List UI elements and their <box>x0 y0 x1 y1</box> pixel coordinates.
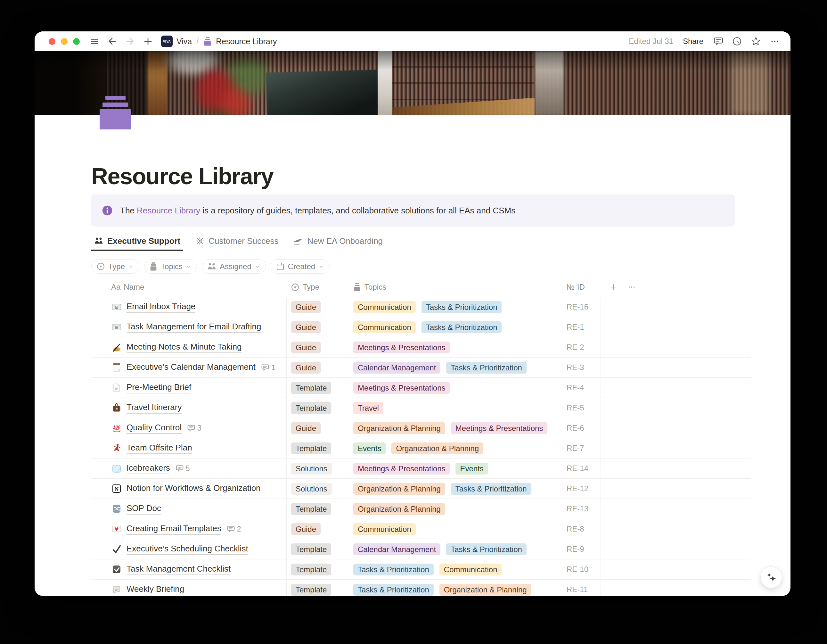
cell-name[interactable]: Task Management Checklist <box>91 560 286 579</box>
comment-count-badge[interactable]: 1 <box>261 363 275 372</box>
minimize-button[interactable] <box>61 38 67 45</box>
page-link[interactable]: Task Management for Email Drafting <box>126 322 261 333</box>
cell-id[interactable]: RE-16 <box>557 297 601 317</box>
column-header-id[interactable]: № ID <box>557 277 601 297</box>
page-title[interactable]: Resource Library <box>91 115 735 188</box>
cell-topics[interactable]: CommunicationTasks & Prioritization <box>341 297 557 317</box>
cell-type[interactable]: Template <box>286 560 341 579</box>
cell-name[interactable]: Icebreakers5 <box>91 458 286 478</box>
cell-name[interactable]: NNotion for Workflows & Organization <box>91 479 286 499</box>
cell-topics[interactable]: Travel <box>341 398 557 418</box>
column-header-name[interactable]: Aa Name <box>91 277 286 297</box>
comments-button[interactable] <box>714 36 723 46</box>
add-column-button[interactable] <box>610 283 618 291</box>
cell-name[interactable]: Meeting Notes & Minute Taking <box>91 338 286 357</box>
back-button[interactable] <box>107 36 117 46</box>
cell-type[interactable]: Template <box>286 499 341 519</box>
page-link[interactable]: SOP Doc <box>126 503 161 514</box>
filter-assigned[interactable]: Assigned <box>202 259 266 274</box>
cell-topics[interactable]: Meetings & Presentations <box>341 378 557 398</box>
comment-count-badge[interactable]: 3 <box>187 424 201 433</box>
sidebar-toggle-button[interactable] <box>90 37 99 46</box>
cell-topics[interactable]: Organization & PlanningTasks & Prioritiz… <box>341 479 557 499</box>
cell-name[interactable]: ♥Creating Email Templates2 <box>91 519 286 539</box>
cell-name[interactable]: EEmail Inbox Triage <box>91 297 286 317</box>
cell-id[interactable]: RE-4 <box>557 378 601 398</box>
cell-type[interactable]: Guide <box>286 418 341 438</box>
page-icon-archive[interactable] <box>99 96 131 130</box>
share-button[interactable]: Share <box>683 37 703 46</box>
workspace-logo[interactable]: VIVA <box>161 36 173 47</box>
cell-type[interactable]: Template <box>286 438 341 458</box>
column-header-type[interactable]: Type <box>286 277 341 297</box>
new-page-button[interactable] <box>143 36 153 46</box>
cell-topics[interactable]: Tasks & PrioritizationCommunication <box>341 560 557 579</box>
cell-type[interactable]: Template <box>286 378 341 398</box>
cell-type[interactable]: Guide <box>286 297 341 317</box>
cell-name[interactable]: SOP Doc <box>91 499 286 519</box>
cell-type[interactable]: Solutions <box>286 479 341 499</box>
page-link[interactable]: Task Management Checklist <box>126 564 231 575</box>
cell-id[interactable]: RE-11 <box>557 580 601 596</box>
cell-topics[interactable]: Organization & Planning <box>341 499 557 519</box>
tab-new-ea-onboarding[interactable]: New EA Onboarding <box>290 235 385 251</box>
cell-topics[interactable]: Calendar ManagementTasks & Prioritizatio… <box>341 539 557 559</box>
cell-type[interactable]: Template <box>286 539 341 559</box>
breadcrumb-workspace[interactable]: Viva <box>176 37 192 46</box>
cell-type[interactable]: Guide <box>286 317 341 337</box>
cell-type[interactable]: Template <box>286 580 341 596</box>
comment-count-badge[interactable]: 5 <box>176 464 190 473</box>
page-link[interactable]: Meeting Notes & Minute Taking <box>126 342 242 353</box>
cell-id[interactable]: RE-2 <box>557 338 601 357</box>
table-options-button[interactable] <box>627 283 636 291</box>
cell-type[interactable]: Guide <box>286 338 341 357</box>
page-link[interactable]: Notion for Workflows & Organization <box>126 483 261 494</box>
history-button[interactable] <box>732 36 742 46</box>
close-button[interactable] <box>49 38 55 45</box>
callout-page-link[interactable]: Resource Library <box>137 206 200 215</box>
ai-assistant-button[interactable] <box>760 566 782 588</box>
page-link[interactable]: Quality Control <box>126 423 182 434</box>
column-header-topics[interactable]: Topics <box>341 277 557 297</box>
page-cover-image[interactable] <box>34 51 791 115</box>
page-link[interactable]: Team Offsite Plan <box>126 443 192 454</box>
cell-id[interactable]: RE-1 <box>557 317 601 337</box>
cell-id[interactable]: RE-5 <box>557 398 601 418</box>
cell-type[interactable]: Guide <box>286 358 341 377</box>
tab-customer-success[interactable]: Customer Success <box>192 235 281 251</box>
cell-id[interactable]: RE-14 <box>557 458 601 478</box>
cell-name[interactable]: Travel Itinerary <box>91 398 286 418</box>
tab-executive-support[interactable]: Executive Support <box>91 235 183 251</box>
page-link[interactable]: Executive’s Calendar Management <box>126 362 256 373</box>
cell-topics[interactable]: Communication <box>341 519 557 539</box>
cell-id[interactable]: RE-9 <box>557 539 601 559</box>
filter-created[interactable]: Created <box>271 259 329 274</box>
cell-type[interactable]: Solutions <box>286 458 341 478</box>
more-options-button[interactable] <box>770 36 780 46</box>
filter-type[interactable]: Type <box>91 259 139 274</box>
cell-name[interactable]: Executive’s Scheduling Checklist <box>91 539 286 559</box>
cell-topics[interactable]: Calendar ManagementTasks & Prioritizatio… <box>341 358 557 377</box>
page-link[interactable]: Executive’s Scheduling Checklist <box>126 544 248 555</box>
cell-name[interactable]: Team Offsite Plan <box>91 438 286 458</box>
cell-topics[interactable]: Organization & PlanningMeetings & Presen… <box>341 418 557 438</box>
page-link[interactable]: Travel Itinerary <box>126 402 182 414</box>
page-link[interactable]: Creating Email Templates <box>126 524 221 535</box>
cell-type[interactable]: Template <box>286 398 341 418</box>
cell-id[interactable]: RE-10 <box>557 560 601 579</box>
comment-count-badge[interactable]: 2 <box>227 525 241 533</box>
cell-topics[interactable]: Meetings & Presentations <box>341 338 557 357</box>
cell-name[interactable]: ETask Management for Email Drafting <box>91 317 286 337</box>
cell-id[interactable]: RE-13 <box>557 499 601 519</box>
breadcrumb-page[interactable]: Resource Library <box>216 37 277 46</box>
cell-topics[interactable]: Tasks & PrioritizationOrganization & Pla… <box>341 580 557 596</box>
cell-name[interactable]: Executive’s Calendar Management1 <box>91 358 286 377</box>
cell-id[interactable]: RE-6 <box>557 418 601 438</box>
cell-type[interactable]: Guide <box>286 519 341 539</box>
page-link[interactable]: Pre-Meeting Brief <box>126 382 191 394</box>
favorite-button[interactable] <box>751 36 761 47</box>
forward-button[interactable] <box>125 36 135 46</box>
cell-topics[interactable]: CommunicationTasks & Prioritization <box>341 317 557 337</box>
cell-topics[interactable]: EventsOrganization & Planning <box>341 438 557 458</box>
page-link[interactable]: Email Inbox Triage <box>126 302 195 313</box>
